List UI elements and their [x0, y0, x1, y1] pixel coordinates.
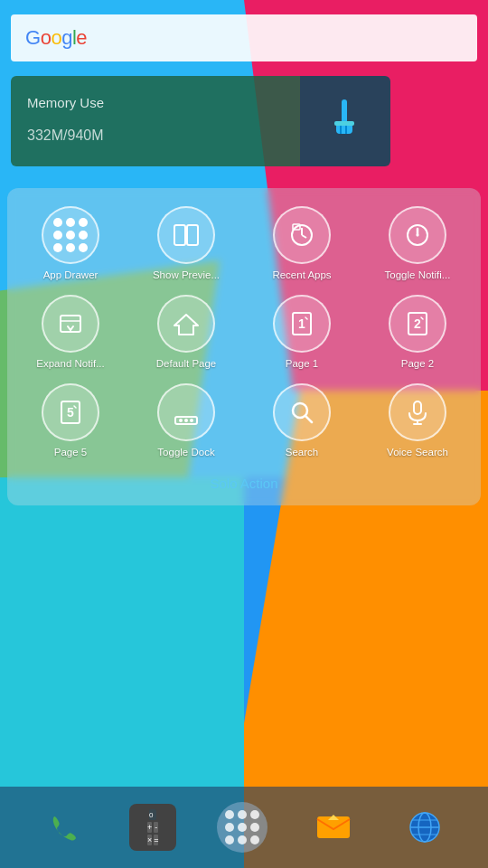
action-app-drawer[interactable]: App Drawer: [14, 203, 127, 284]
action-search[interactable]: Search: [246, 380, 358, 461]
dock-app-drawer[interactable]: [217, 802, 267, 853]
dock-email[interactable]: [308, 802, 359, 853]
google-logo: Google: [25, 26, 87, 50]
svg-line-9: [302, 235, 306, 238]
svg-rect-4: [334, 121, 354, 126]
toggle-notif-icon: [389, 206, 446, 264]
show-preview-label: Show Previe...: [153, 269, 220, 280]
actions-grid: App Drawer Show Previe...: [14, 203, 474, 461]
expand-notif-label: Expand Notif...: [36, 358, 104, 369]
recent-apps-label: Recent Apps: [272, 269, 331, 280]
toggle-dock-label: Toggle Dock: [157, 447, 214, 458]
action-recent-apps[interactable]: Recent Apps: [246, 203, 358, 284]
page-5-icon: 5: [42, 383, 99, 441]
memory-info: Memory Use 332M/940M: [11, 76, 300, 166]
svg-rect-6: [187, 225, 198, 245]
app-drawer-label: App Drawer: [43, 269, 99, 280]
action-page-5[interactable]: 5 Page 5: [14, 380, 127, 461]
memory-label: Memory Use: [27, 95, 284, 110]
toggle-dock-icon: [157, 383, 215, 441]
action-toggle-notif[interactable]: Toggle Notifi...: [361, 203, 474, 284]
action-expand-notif[interactable]: Expand Notif...: [14, 291, 127, 373]
default-page-label: Default Page: [156, 358, 217, 369]
memory-value: 332M/940M: [27, 114, 284, 147]
memory-clean-button[interactable]: [300, 76, 390, 166]
search-bar[interactable]: Google: [11, 14, 477, 61]
svg-rect-5: [174, 225, 185, 245]
dock-browser[interactable]: [399, 802, 450, 853]
action-toggle-dock[interactable]: Toggle Dock: [130, 380, 242, 461]
voice-search-icon: [389, 383, 446, 441]
voice-search-label: Voice Search: [387, 447, 448, 458]
search-label: Search: [286, 447, 318, 458]
default-page-icon: [157, 295, 215, 353]
svg-point-24: [184, 419, 188, 422]
svg-text:1: 1: [298, 316, 305, 331]
toggle-notif-label: Toggle Notifi...: [385, 269, 451, 280]
search-icon: [273, 383, 331, 441]
svg-text:5: 5: [67, 405, 74, 420]
page-1-icon: 1: [273, 295, 331, 353]
page-2-label: Page 2: [401, 358, 434, 369]
show-preview-icon: [157, 206, 215, 264]
action-default-page[interactable]: Default Page: [130, 291, 242, 373]
expand-notif-icon: [42, 295, 99, 353]
action-page-1[interactable]: 1 Page 1: [246, 291, 358, 373]
action-show-preview[interactable]: Show Previe...: [130, 203, 242, 284]
svg-rect-28: [414, 401, 421, 414]
app-drawer-icon: [42, 206, 99, 264]
dock-calculator[interactable]: 0 + - × =: [129, 804, 176, 851]
memory-total: /940M: [63, 127, 103, 143]
action-page-2[interactable]: 2 Page 2: [361, 291, 474, 373]
dock: 0 + - × =: [0, 787, 488, 868]
page-2-icon: 2: [389, 295, 446, 353]
svg-line-27: [305, 416, 312, 422]
action-voice-search[interactable]: Voice Search: [361, 380, 474, 461]
dock-phone[interactable]: [38, 802, 89, 853]
page-1-label: Page 1: [286, 358, 318, 369]
svg-text:2: 2: [414, 316, 421, 331]
svg-point-25: [190, 419, 193, 422]
svg-rect-0: [342, 99, 347, 125]
svg-point-23: [179, 419, 183, 422]
memory-widget: Memory Use 332M/940M: [11, 76, 390, 166]
broom-icon: [324, 96, 367, 147]
actions-panel: App Drawer Show Previe...: [7, 188, 481, 505]
solo-action-button[interactable]: Solo Action: [14, 468, 474, 495]
page-5-label: Page 5: [54, 447, 87, 458]
svg-point-13: [417, 234, 419, 237]
recent-apps-icon: [273, 206, 331, 264]
